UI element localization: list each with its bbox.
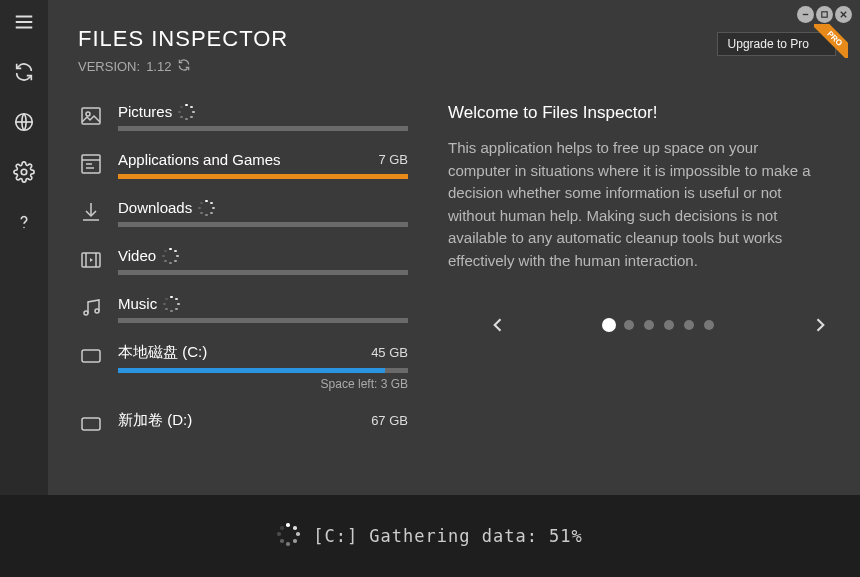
progress-fill (118, 368, 385, 373)
music-icon (78, 295, 104, 321)
minimize-button[interactable] (797, 6, 814, 23)
category-label: Music (118, 295, 157, 312)
welcome-panel: Welcome to Files Inspector! This applica… (448, 103, 830, 457)
svg-marker-19 (90, 258, 93, 262)
main-panel: Upgrade to Pro FILES INSPECTOR VERSION: … (48, 0, 860, 495)
version-row: VERSION: 1.12 (78, 58, 830, 75)
category-downloads[interactable]: Downloads (78, 199, 408, 227)
category-size: 45 GB (371, 345, 408, 360)
svg-point-11 (86, 112, 90, 116)
pager-dot[interactable] (604, 320, 614, 330)
welcome-heading: Welcome to Files Inspector! (448, 103, 824, 123)
progress-track (118, 318, 408, 323)
apps-icon (78, 151, 104, 177)
pager-dot[interactable] (664, 320, 674, 330)
progress-track (118, 270, 408, 275)
progress-track (118, 174, 408, 179)
category-video[interactable]: Video (78, 247, 408, 275)
pager-dot[interactable] (644, 320, 654, 330)
svg-point-4 (21, 169, 27, 175)
spinner-icon (277, 523, 299, 549)
category-sub: Space left: 3 GB (118, 377, 408, 391)
pager-dot[interactable] (624, 320, 634, 330)
spinner-icon (162, 248, 178, 264)
category-drive_c[interactable]: 本地磁盘 (C:)45 GBSpace left: 3 GB (78, 343, 408, 391)
status-bar: [C:] Gathering data: 51% (0, 495, 860, 577)
spinner-icon (178, 104, 194, 120)
category-drive_d[interactable]: 新加卷 (D:)67 GB (78, 411, 408, 437)
drive_c-icon (78, 343, 104, 369)
svg-rect-7 (822, 12, 827, 17)
progress-track (118, 222, 408, 227)
pager-prev-icon[interactable] (488, 315, 508, 335)
category-label: 新加卷 (D:) (118, 411, 192, 430)
downloads-icon (78, 199, 104, 225)
progress-track (118, 126, 408, 131)
version-prefix: VERSION: (78, 59, 140, 74)
maximize-button[interactable] (816, 6, 833, 23)
svg-point-20 (84, 311, 88, 315)
category-label: Video (118, 247, 156, 264)
svg-rect-23 (82, 418, 100, 430)
pictures-icon (78, 103, 104, 129)
help-icon[interactable] (12, 210, 36, 234)
category-label: Pictures (118, 103, 172, 120)
status-text: [C:] Gathering data: 51% (313, 526, 583, 546)
refresh-icon[interactable] (12, 60, 36, 84)
upgrade-button[interactable]: Upgrade to Pro (717, 32, 836, 56)
category-size: 7 GB (378, 152, 408, 167)
svg-rect-10 (82, 108, 100, 124)
welcome-body: This application helps to free up space … (448, 137, 824, 272)
close-button[interactable] (835, 6, 852, 23)
progress-fill (118, 174, 408, 179)
category-music[interactable]: Music (78, 295, 408, 323)
category-apps[interactable]: Applications and Games7 GB (78, 151, 408, 179)
video-icon (78, 247, 104, 273)
category-list: PicturesApplications and Games7 GBDownlo… (78, 103, 408, 457)
settings-icon[interactable] (12, 160, 36, 184)
svg-point-5 (23, 227, 24, 228)
category-size: 67 GB (371, 413, 408, 428)
version-number: 1.12 (146, 59, 171, 74)
progress-track (118, 368, 408, 373)
category-label: Applications and Games (118, 151, 281, 168)
window-controls (797, 6, 852, 23)
spinner-icon (163, 296, 179, 312)
globe-icon[interactable] (12, 110, 36, 134)
pager-dot[interactable] (704, 320, 714, 330)
category-pictures[interactable]: Pictures (78, 103, 408, 131)
menu-icon[interactable] (12, 10, 36, 34)
spinner-icon (198, 200, 214, 216)
pager-dots (604, 320, 714, 330)
category-label: Downloads (118, 199, 192, 216)
pager (488, 315, 830, 335)
pager-next-icon[interactable] (810, 315, 830, 335)
svg-point-21 (95, 309, 99, 313)
category-label: 本地磁盘 (C:) (118, 343, 207, 362)
svg-rect-22 (82, 350, 100, 362)
pager-dot[interactable] (684, 320, 694, 330)
refresh-version-icon[interactable] (177, 58, 191, 75)
sidebar (0, 0, 48, 495)
drive_d-icon (78, 411, 104, 437)
